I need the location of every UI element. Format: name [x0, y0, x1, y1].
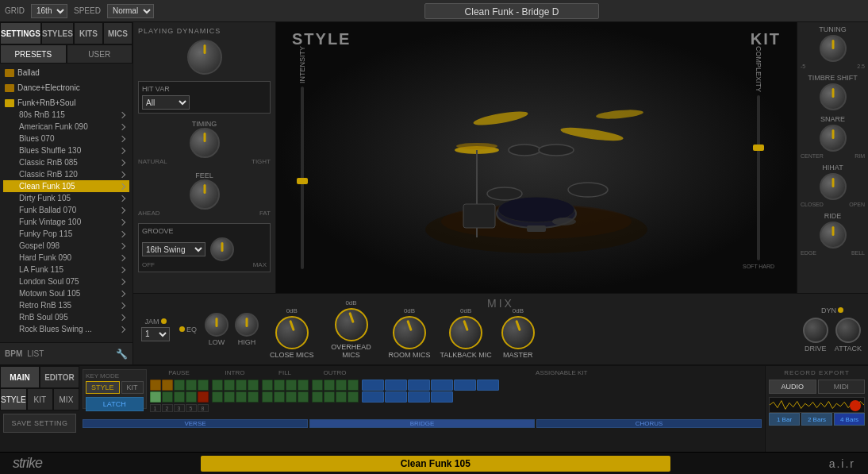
list-item[interactable]: 80s RnB 115: [3, 109, 129, 121]
timbre-knob[interactable]: [820, 83, 847, 110]
assignable-pad[interactable]: [385, 391, 407, 403]
pad-cell[interactable]: [162, 380, 173, 391]
groove-select[interactable]: 16th Swing: [142, 242, 205, 256]
jam-select[interactable]: 1: [141, 327, 170, 341]
assignable-pad[interactable]: [408, 391, 430, 403]
assignable-pad[interactable]: [431, 380, 453, 391]
chorus-button[interactable]: CHORUS: [536, 419, 762, 428]
pad-cell[interactable]: [236, 380, 247, 391]
snare-knob[interactable]: [820, 125, 847, 152]
pad-cell[interactable]: [324, 380, 335, 391]
list-item[interactable]: American Funk 090: [3, 121, 129, 133]
bar4-button[interactable]: 4 Bars: [834, 413, 865, 426]
list-item[interactable]: Retro RnB 135: [3, 299, 129, 311]
verse-button[interactable]: VERSE: [83, 419, 308, 428]
record-button[interactable]: [850, 400, 861, 411]
tab-style[interactable]: StyLE: [0, 388, 27, 410]
dynamics-main-knob[interactable]: [187, 40, 222, 75]
assignable-pad[interactable]: [431, 391, 453, 403]
save-setting-button[interactable]: SAVE SETTING: [3, 414, 76, 433]
tab-settings[interactable]: SETTINGS: [0, 22, 41, 44]
pad-cell[interactable]: [198, 380, 209, 391]
pad-cell[interactable]: [262, 391, 273, 403]
drive-knob[interactable]: [803, 318, 828, 343]
hit-var-select[interactable]: All: [142, 95, 190, 110]
room-mics-knob[interactable]: [393, 316, 426, 349]
list-item[interactable]: Gospel 098: [3, 240, 129, 252]
bar2-button[interactable]: 2 Bars: [801, 413, 832, 426]
tab-mix[interactable]: MIX: [53, 388, 79, 410]
assignable-pad[interactable]: [408, 380, 430, 391]
list-item[interactable]: London Soul 075: [3, 276, 129, 287]
timing-knob[interactable]: [190, 128, 220, 158]
pad-cell[interactable]: [224, 380, 235, 391]
list-button[interactable]: LIST: [27, 349, 44, 358]
subtab-presets[interactable]: PRESETS: [0, 44, 67, 64]
tab-styles[interactable]: STYLES: [41, 22, 74, 44]
list-item[interactable]: Dirty Funk 105: [3, 192, 129, 204]
list-item[interactable]: Rock Blues Swing ...: [3, 323, 129, 335]
tab-mics[interactable]: MICS: [103, 22, 133, 44]
list-item[interactable]: Hard Funk 090: [3, 252, 129, 264]
tab-kits[interactable]: KITS: [74, 22, 103, 44]
list-item[interactable]: Blues Shuffle 130: [3, 145, 129, 156]
list-item[interactable]: LA Funk 115: [3, 264, 129, 276]
list-item-selected[interactable]: Clean Funk 105: [3, 180, 129, 192]
assignable-pad[interactable]: [362, 380, 384, 391]
talkback-mic-knob[interactable]: [449, 316, 482, 349]
kit-btn[interactable]: KIT: [121, 381, 144, 394]
pad-cell[interactable]: [298, 380, 309, 391]
assignable-pad[interactable]: [385, 380, 407, 391]
tab-kit[interactable]: KIT: [27, 388, 53, 410]
attack-knob[interactable]: [835, 318, 861, 343]
pad-cell[interactable]: [348, 391, 359, 403]
pad-cell[interactable]: [236, 391, 247, 403]
speed-select[interactable]: Normal: [107, 4, 154, 18]
pad-cell[interactable]: [312, 391, 323, 403]
pad-cell[interactable]: [212, 391, 223, 403]
pad-cell[interactable]: [248, 391, 259, 403]
wrench-icon[interactable]: 🔧: [116, 349, 128, 360]
pad-cell[interactable]: [262, 380, 273, 391]
group-ballad-header[interactable]: Ballad: [3, 67, 129, 79]
complexity-thumb[interactable]: [753, 145, 764, 151]
style-btn[interactable]: STYLE: [86, 381, 120, 394]
list-item[interactable]: Classic RnB 120: [3, 168, 129, 180]
list-item[interactable]: Classic RnB 085: [3, 156, 129, 168]
pad-cell[interactable]: [186, 380, 197, 391]
pad-cell[interactable]: [224, 391, 235, 403]
pad-cell[interactable]: [348, 380, 359, 391]
midi-tab[interactable]: MIDI: [818, 380, 866, 394]
pad-cell[interactable]: [212, 380, 223, 391]
pad-cell[interactable]: [274, 380, 285, 391]
tuning-knob[interactable]: [820, 35, 847, 62]
pad-cell[interactable]: [174, 380, 185, 391]
pad-cell[interactable]: [336, 391, 347, 403]
pad-cell[interactable]: [248, 380, 259, 391]
assignable-pad[interactable]: [454, 380, 476, 391]
audio-tab[interactable]: AUDIO: [769, 380, 816, 394]
group-dance-header[interactable]: Dance+Electronic: [3, 82, 129, 94]
pad-cell[interactable]: [150, 391, 161, 403]
assignable-pad[interactable]: [477, 380, 499, 391]
feel-knob[interactable]: [190, 179, 220, 210]
pad-cell[interactable]: [298, 391, 309, 403]
assignable-pad[interactable]: [362, 391, 384, 403]
list-item[interactable]: Blues 070: [3, 133, 129, 145]
subtab-user[interactable]: USER: [67, 44, 133, 64]
pad-cell[interactable]: [274, 391, 285, 403]
intensity-thumb[interactable]: [297, 178, 308, 184]
list-item[interactable]: Funk Ballad 070: [3, 204, 129, 216]
bridge-button[interactable]: BRIDGE: [309, 419, 535, 428]
list-item[interactable]: RnB Soul 095: [3, 311, 129, 323]
pad-cell[interactable]: [198, 391, 209, 403]
group-funk-header[interactable]: Funk+RnB+Soul: [3, 97, 129, 109]
tab-main[interactable]: MAIN: [0, 366, 40, 388]
overhead-mics-knob[interactable]: [335, 308, 368, 341]
close-mics-knob[interactable]: [275, 316, 309, 349]
high-knob[interactable]: [235, 313, 259, 337]
pad-cell[interactable]: [286, 380, 297, 391]
bar1-button[interactable]: 1 Bar: [769, 413, 800, 426]
pad-cell[interactable]: [324, 391, 335, 403]
tab-editor[interactable]: EDITOR: [40, 366, 79, 388]
